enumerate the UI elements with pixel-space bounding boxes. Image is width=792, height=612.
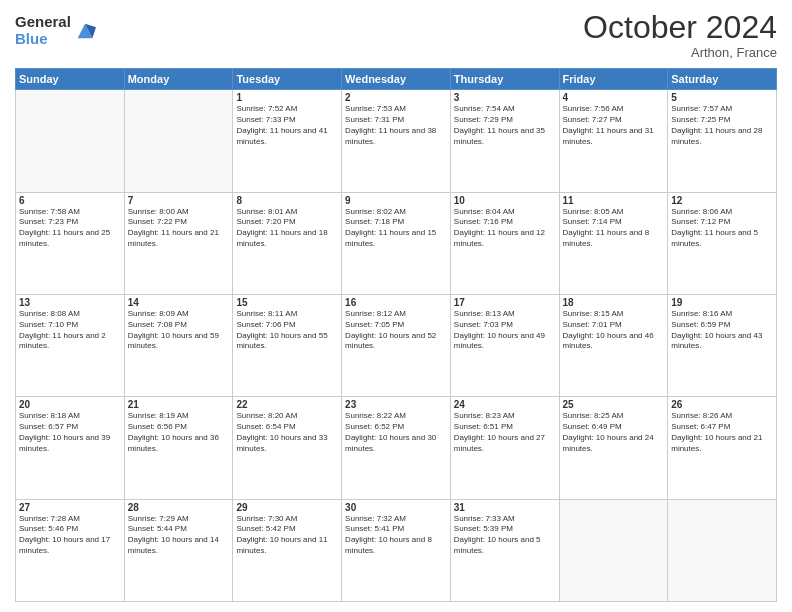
calendar-cell: 21Sunrise: 8:19 AM Sunset: 6:56 PM Dayli… (124, 397, 233, 499)
day-number: 15 (236, 297, 338, 308)
calendar-cell: 24Sunrise: 8:23 AM Sunset: 6:51 PM Dayli… (450, 397, 559, 499)
calendar-cell: 20Sunrise: 8:18 AM Sunset: 6:57 PM Dayli… (16, 397, 125, 499)
day-info: Sunrise: 8:22 AM Sunset: 6:52 PM Dayligh… (345, 411, 447, 454)
day-number: 18 (563, 297, 665, 308)
day-info: Sunrise: 8:02 AM Sunset: 7:18 PM Dayligh… (345, 207, 447, 250)
col-thursday: Thursday (450, 69, 559, 90)
header: General Blue October 2024 Arthon, France (15, 10, 777, 60)
calendar-cell: 5Sunrise: 7:57 AM Sunset: 7:25 PM Daylig… (668, 90, 777, 192)
day-number: 11 (563, 195, 665, 206)
calendar-table: Sunday Monday Tuesday Wednesday Thursday… (15, 68, 777, 602)
day-number: 31 (454, 502, 556, 513)
day-info: Sunrise: 8:09 AM Sunset: 7:08 PM Dayligh… (128, 309, 230, 352)
calendar-cell: 10Sunrise: 8:04 AM Sunset: 7:16 PM Dayli… (450, 192, 559, 294)
day-number: 4 (563, 92, 665, 103)
day-info: Sunrise: 8:16 AM Sunset: 6:59 PM Dayligh… (671, 309, 773, 352)
day-info: Sunrise: 8:12 AM Sunset: 7:05 PM Dayligh… (345, 309, 447, 352)
calendar-week-1: 6Sunrise: 7:58 AM Sunset: 7:23 PM Daylig… (16, 192, 777, 294)
day-info: Sunrise: 8:15 AM Sunset: 7:01 PM Dayligh… (563, 309, 665, 352)
day-number: 17 (454, 297, 556, 308)
day-info: Sunrise: 7:32 AM Sunset: 5:41 PM Dayligh… (345, 514, 447, 557)
day-number: 5 (671, 92, 773, 103)
calendar-cell: 31Sunrise: 7:33 AM Sunset: 5:39 PM Dayli… (450, 499, 559, 601)
calendar-cell: 4Sunrise: 7:56 AM Sunset: 7:27 PM Daylig… (559, 90, 668, 192)
page: General Blue October 2024 Arthon, France… (0, 0, 792, 612)
calendar-cell: 9Sunrise: 8:02 AM Sunset: 7:18 PM Daylig… (342, 192, 451, 294)
day-number: 10 (454, 195, 556, 206)
calendar-cell: 7Sunrise: 8:00 AM Sunset: 7:22 PM Daylig… (124, 192, 233, 294)
calendar-cell (668, 499, 777, 601)
calendar-cell: 12Sunrise: 8:06 AM Sunset: 7:12 PM Dayli… (668, 192, 777, 294)
day-number: 21 (128, 399, 230, 410)
day-number: 16 (345, 297, 447, 308)
col-saturday: Saturday (668, 69, 777, 90)
calendar-week-2: 13Sunrise: 8:08 AM Sunset: 7:10 PM Dayli… (16, 294, 777, 396)
month-title: October 2024 (583, 10, 777, 45)
col-sunday: Sunday (16, 69, 125, 90)
day-number: 3 (454, 92, 556, 103)
title-block: October 2024 Arthon, France (583, 10, 777, 60)
day-number: 29 (236, 502, 338, 513)
day-info: Sunrise: 7:52 AM Sunset: 7:33 PM Dayligh… (236, 104, 338, 147)
day-number: 2 (345, 92, 447, 103)
calendar-cell: 23Sunrise: 8:22 AM Sunset: 6:52 PM Dayli… (342, 397, 451, 499)
calendar-week-4: 27Sunrise: 7:28 AM Sunset: 5:46 PM Dayli… (16, 499, 777, 601)
day-info: Sunrise: 7:29 AM Sunset: 5:44 PM Dayligh… (128, 514, 230, 557)
calendar-cell: 30Sunrise: 7:32 AM Sunset: 5:41 PM Dayli… (342, 499, 451, 601)
logo-icon (74, 20, 96, 42)
day-info: Sunrise: 7:56 AM Sunset: 7:27 PM Dayligh… (563, 104, 665, 147)
day-info: Sunrise: 8:11 AM Sunset: 7:06 PM Dayligh… (236, 309, 338, 352)
day-number: 24 (454, 399, 556, 410)
calendar-cell: 17Sunrise: 8:13 AM Sunset: 7:03 PM Dayli… (450, 294, 559, 396)
calendar-week-0: 1Sunrise: 7:52 AM Sunset: 7:33 PM Daylig… (16, 90, 777, 192)
calendar-cell: 13Sunrise: 8:08 AM Sunset: 7:10 PM Dayli… (16, 294, 125, 396)
day-info: Sunrise: 8:18 AM Sunset: 6:57 PM Dayligh… (19, 411, 121, 454)
calendar-week-3: 20Sunrise: 8:18 AM Sunset: 6:57 PM Dayli… (16, 397, 777, 499)
calendar-cell: 6Sunrise: 7:58 AM Sunset: 7:23 PM Daylig… (16, 192, 125, 294)
day-number: 25 (563, 399, 665, 410)
calendar-cell: 18Sunrise: 8:15 AM Sunset: 7:01 PM Dayli… (559, 294, 668, 396)
logo-blue-text: Blue (15, 31, 71, 48)
calendar-cell: 26Sunrise: 8:26 AM Sunset: 6:47 PM Dayli… (668, 397, 777, 499)
calendar-cell: 14Sunrise: 8:09 AM Sunset: 7:08 PM Dayli… (124, 294, 233, 396)
calendar-cell: 15Sunrise: 8:11 AM Sunset: 7:06 PM Dayli… (233, 294, 342, 396)
day-number: 23 (345, 399, 447, 410)
day-info: Sunrise: 8:13 AM Sunset: 7:03 PM Dayligh… (454, 309, 556, 352)
header-row: Sunday Monday Tuesday Wednesday Thursday… (16, 69, 777, 90)
calendar-cell: 29Sunrise: 7:30 AM Sunset: 5:42 PM Dayli… (233, 499, 342, 601)
calendar-cell: 8Sunrise: 8:01 AM Sunset: 7:20 PM Daylig… (233, 192, 342, 294)
calendar-cell: 28Sunrise: 7:29 AM Sunset: 5:44 PM Dayli… (124, 499, 233, 601)
day-info: Sunrise: 8:25 AM Sunset: 6:49 PM Dayligh… (563, 411, 665, 454)
col-tuesday: Tuesday (233, 69, 342, 90)
day-number: 20 (19, 399, 121, 410)
day-info: Sunrise: 8:05 AM Sunset: 7:14 PM Dayligh… (563, 207, 665, 250)
day-info: Sunrise: 7:58 AM Sunset: 7:23 PM Dayligh… (19, 207, 121, 250)
day-info: Sunrise: 7:54 AM Sunset: 7:29 PM Dayligh… (454, 104, 556, 147)
logo-general-text: General (15, 14, 71, 31)
day-info: Sunrise: 8:04 AM Sunset: 7:16 PM Dayligh… (454, 207, 556, 250)
col-friday: Friday (559, 69, 668, 90)
day-info: Sunrise: 7:28 AM Sunset: 5:46 PM Dayligh… (19, 514, 121, 557)
day-info: Sunrise: 8:00 AM Sunset: 7:22 PM Dayligh… (128, 207, 230, 250)
location: Arthon, France (583, 45, 777, 60)
calendar-cell (124, 90, 233, 192)
day-number: 13 (19, 297, 121, 308)
day-number: 22 (236, 399, 338, 410)
calendar-cell: 1Sunrise: 7:52 AM Sunset: 7:33 PM Daylig… (233, 90, 342, 192)
day-number: 26 (671, 399, 773, 410)
day-number: 12 (671, 195, 773, 206)
day-info: Sunrise: 8:26 AM Sunset: 6:47 PM Dayligh… (671, 411, 773, 454)
logo: General Blue (15, 14, 96, 47)
col-wednesday: Wednesday (342, 69, 451, 90)
calendar-cell (559, 499, 668, 601)
day-number: 19 (671, 297, 773, 308)
day-number: 6 (19, 195, 121, 206)
day-number: 8 (236, 195, 338, 206)
calendar-cell: 19Sunrise: 8:16 AM Sunset: 6:59 PM Dayli… (668, 294, 777, 396)
day-number: 30 (345, 502, 447, 513)
day-info: Sunrise: 8:20 AM Sunset: 6:54 PM Dayligh… (236, 411, 338, 454)
day-number: 14 (128, 297, 230, 308)
day-info: Sunrise: 8:08 AM Sunset: 7:10 PM Dayligh… (19, 309, 121, 352)
calendar-cell (16, 90, 125, 192)
day-info: Sunrise: 7:30 AM Sunset: 5:42 PM Dayligh… (236, 514, 338, 557)
